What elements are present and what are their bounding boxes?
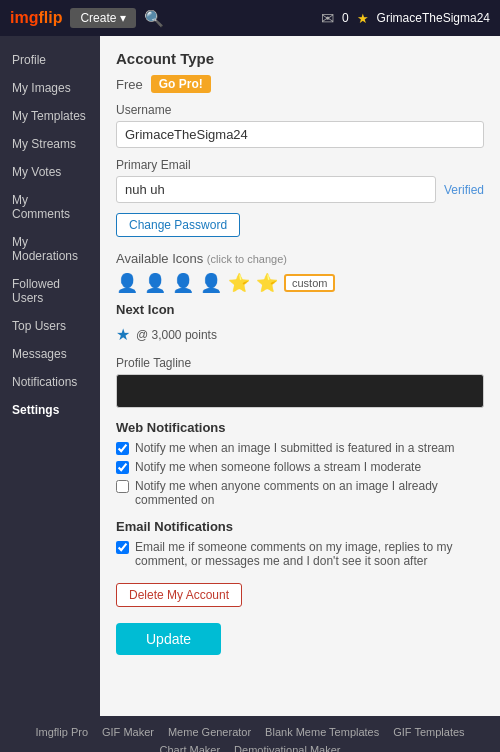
primary-email-label: Primary Email [116,158,484,172]
web-notif-label-1: Notify me when someone follows a stream … [135,460,421,474]
footer-link-imgflip-pro[interactable]: Imgflip Pro [35,726,88,738]
email-notif-label-0: Email me if someone comments on my image… [135,540,484,568]
points-display: 0 [342,11,349,25]
icon-star-1[interactable]: ⭐ [228,272,250,294]
web-notif-checkbox-0[interactable] [116,442,129,455]
go-pro-button[interactable]: Go Pro! [151,75,211,93]
web-notifications-section: Web Notifications Notify me when an imag… [116,420,484,507]
web-notif-item-2: Notify me when anyone comments on an ima… [116,479,484,507]
footer-link-gif-maker[interactable]: GIF Maker [102,726,154,738]
footer-links-row1: Imgflip Pro GIF Maker Meme Generator Bla… [16,726,484,752]
change-password-button[interactable]: Change Password [116,213,240,237]
header-username[interactable]: GrimaceTheSigma24 [377,11,490,25]
sidebar-item-profile[interactable]: Profile [0,46,100,74]
verified-label: Verified [444,183,484,197]
icon-user-bronze[interactable]: 👤 [116,272,138,294]
footer-link-demotivational[interactable]: Demotivational Maker [234,744,340,752]
icons-row: 👤 👤 👤 👤 ⭐ ⭐ custom [116,272,484,294]
header-right: ✉ 0 ★ GrimaceTheSigma24 [321,9,490,28]
available-icons-label: Available Icons (click to change) [116,251,484,266]
web-notif-item-1: Notify me when someone follows a stream … [116,460,484,474]
next-icon-star: ★ [116,325,130,344]
username-label: Username [116,103,484,117]
sidebar-item-my-moderations[interactable]: My Moderations [0,228,100,270]
create-button[interactable]: Create ▾ [70,8,136,28]
logo[interactable]: imgflip [10,9,62,27]
chevron-down-icon: ▾ [120,11,126,25]
sidebar-item-my-streams[interactable]: My Streams [0,130,100,158]
footer-link-gif-templates[interactable]: GIF Templates [393,726,464,738]
create-label: Create [80,11,116,25]
sidebar-item-top-users[interactable]: Top Users [0,312,100,340]
next-icon-title: Next Icon [116,302,484,317]
web-notif-item-0: Notify me when an image I submitted is f… [116,441,484,455]
delete-account-button[interactable]: Delete My Account [116,583,242,607]
account-type-row: Free Go Pro! [116,75,484,93]
sidebar-item-notifications[interactable]: Notifications [0,368,100,396]
available-icons-section: Available Icons (click to change) 👤 👤 👤 … [116,251,484,294]
web-notif-checkbox-1[interactable] [116,461,129,474]
sidebar: Profile My Images My Templates My Stream… [0,36,100,716]
icon-star-2[interactable]: ⭐ [256,272,278,294]
email-notifications-section: Email Notifications Email me if someone … [116,519,484,568]
search-icon[interactable]: 🔍 [144,9,164,28]
footer-link-blank-meme[interactable]: Blank Meme Templates [265,726,379,738]
web-notif-label-2: Notify me when anyone comments on an ima… [135,479,484,507]
next-icon-points: @ 3,000 points [136,328,217,342]
sidebar-item-my-votes[interactable]: My Votes [0,158,100,186]
icon-user-blue[interactable]: 👤 [200,272,222,294]
sidebar-item-my-comments[interactable]: My Comments [0,186,100,228]
layout: Profile My Images My Templates My Stream… [0,36,500,716]
next-icon-section: Next Icon ★ @ 3,000 points [116,302,484,344]
sidebar-item-my-templates[interactable]: My Templates [0,102,100,130]
sidebar-item-messages[interactable]: Messages [0,340,100,368]
free-label: Free [116,77,143,92]
available-icons-title: Available Icons [116,251,203,266]
profile-tagline-input[interactable] [116,374,484,408]
account-type-title: Account Type [116,50,484,67]
sidebar-item-settings[interactable]: Settings [0,396,100,424]
web-notif-checkbox-2[interactable] [116,480,129,493]
web-notif-title: Web Notifications [116,420,484,435]
icon-user-gold[interactable]: 👤 [172,272,194,294]
logo-flip: flip [38,9,62,26]
email-input[interactable] [116,176,436,203]
email-notif-checkbox-0[interactable] [116,541,129,554]
header-left: imgflip Create ▾ 🔍 [10,8,164,28]
sidebar-item-followed-users[interactable]: Followed Users [0,270,100,312]
profile-tagline-label: Profile Tagline [116,356,484,370]
next-icon-row: ★ @ 3,000 points [116,325,484,344]
logo-img: img [10,9,38,26]
footer-link-meme-generator[interactable]: Meme Generator [168,726,251,738]
email-notif-title: Email Notifications [116,519,484,534]
email-row: Verified [116,176,484,203]
email-notif-item-0: Email me if someone comments on my image… [116,540,484,568]
username-input[interactable] [116,121,484,148]
sidebar-item-my-images[interactable]: My Images [0,74,100,102]
web-notif-label-0: Notify me when an image I submitted is f… [135,441,454,455]
icon-user-silver[interactable]: 👤 [144,272,166,294]
update-button[interactable]: Update [116,623,221,655]
header: imgflip Create ▾ 🔍 ✉ 0 ★ GrimaceTheSigma… [0,0,500,36]
main-content: Account Type Free Go Pro! Username Prima… [100,36,500,716]
footer: Imgflip Pro GIF Maker Meme Generator Bla… [0,716,500,752]
custom-icon-button[interactable]: custom [284,274,335,292]
footer-link-chart-maker[interactable]: Chart Maker [160,744,221,752]
star-icon: ★ [357,11,369,26]
mail-icon[interactable]: ✉ [321,9,334,28]
click-hint: (click to change) [207,253,287,265]
